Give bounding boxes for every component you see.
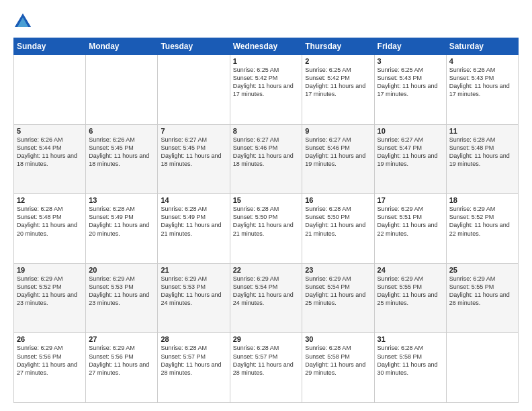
calendar-week-4: 26Sunrise: 6:29 AM Sunset: 5:56 PM Dayli… — [14, 333, 519, 403]
calendar-cell — [14, 55, 86, 125]
cell-content: Sunrise: 6:27 AM Sunset: 5:46 PM Dayligh… — [305, 136, 371, 169]
logo-icon — [13, 12, 32, 31]
day-number: 5 — [17, 127, 83, 135]
cell-content: Sunrise: 6:29 AM Sunset: 5:55 PM Dayligh… — [449, 275, 515, 308]
cell-content: Sunrise: 6:29 AM Sunset: 5:51 PM Dayligh… — [378, 205, 443, 238]
calendar-cell: 24Sunrise: 6:29 AM Sunset: 5:55 PM Dayli… — [374, 263, 446, 333]
cell-content: Sunrise: 6:29 AM Sunset: 5:55 PM Dayligh… — [378, 275, 443, 308]
calendar-cell: 8Sunrise: 6:27 AM Sunset: 5:46 PM Daylig… — [230, 124, 302, 194]
weekday-header-wednesday: Wednesday — [230, 38, 302, 55]
cell-content: Sunrise: 6:27 AM Sunset: 5:47 PM Dayligh… — [378, 136, 443, 169]
calendar-week-2: 12Sunrise: 6:28 AM Sunset: 5:48 PM Dayli… — [14, 194, 519, 264]
day-number: 30 — [305, 335, 371, 343]
day-number: 20 — [89, 266, 154, 274]
day-number: 22 — [233, 266, 300, 274]
calendar-cell: 31Sunrise: 6:28 AM Sunset: 5:58 PM Dayli… — [374, 333, 446, 403]
cell-content: Sunrise: 6:28 AM Sunset: 5:48 PM Dayligh… — [17, 205, 83, 238]
calendar-cell: 29Sunrise: 6:28 AM Sunset: 5:57 PM Dayli… — [230, 333, 302, 403]
calendar-cell: 11Sunrise: 6:28 AM Sunset: 5:48 PM Dayli… — [446, 124, 518, 194]
cell-content: Sunrise: 6:28 AM Sunset: 5:48 PM Dayligh… — [449, 136, 515, 169]
day-number: 18 — [449, 196, 515, 204]
logo — [13, 11, 35, 31]
day-number: 25 — [449, 266, 515, 274]
cell-content: Sunrise: 6:29 AM Sunset: 5:56 PM Dayligh… — [89, 344, 154, 377]
day-number: 27 — [89, 335, 154, 343]
cell-content: Sunrise: 6:25 AM Sunset: 5:42 PM Dayligh… — [305, 66, 371, 99]
calendar-week-3: 19Sunrise: 6:29 AM Sunset: 5:52 PM Dayli… — [14, 263, 519, 333]
calendar-cell: 16Sunrise: 6:28 AM Sunset: 5:50 PM Dayli… — [302, 194, 374, 264]
weekday-header-monday: Monday — [86, 38, 158, 55]
day-number: 7 — [161, 127, 226, 135]
calendar-body: 1Sunrise: 6:25 AM Sunset: 5:42 PM Daylig… — [14, 55, 519, 403]
day-number: 21 — [161, 266, 226, 274]
calendar-cell: 1Sunrise: 6:25 AM Sunset: 5:42 PM Daylig… — [230, 55, 302, 125]
page: SundayMondayTuesdayWednesdayThursdayFrid… — [0, 0, 532, 411]
calendar-cell: 3Sunrise: 6:25 AM Sunset: 5:43 PM Daylig… — [374, 55, 446, 125]
day-number: 19 — [17, 266, 83, 274]
calendar-cell: 12Sunrise: 6:28 AM Sunset: 5:48 PM Dayli… — [14, 194, 86, 264]
cell-content: Sunrise: 6:29 AM Sunset: 5:52 PM Dayligh… — [17, 275, 83, 308]
weekday-row: SundayMondayTuesdayWednesdayThursdayFrid… — [14, 38, 519, 55]
cell-content: Sunrise: 6:26 AM Sunset: 5:43 PM Dayligh… — [449, 66, 515, 99]
calendar-cell: 25Sunrise: 6:29 AM Sunset: 5:55 PM Dayli… — [446, 263, 518, 333]
day-number: 26 — [17, 335, 83, 343]
calendar-cell: 28Sunrise: 6:28 AM Sunset: 5:57 PM Dayli… — [158, 333, 230, 403]
cell-content: Sunrise: 6:28 AM Sunset: 5:57 PM Dayligh… — [161, 344, 226, 377]
weekday-header-tuesday: Tuesday — [158, 38, 230, 55]
cell-content: Sunrise: 6:26 AM Sunset: 5:44 PM Dayligh… — [17, 136, 83, 169]
calendar-cell: 22Sunrise: 6:29 AM Sunset: 5:54 PM Dayli… — [230, 263, 302, 333]
day-number: 2 — [305, 57, 371, 65]
cell-content: Sunrise: 6:28 AM Sunset: 5:58 PM Dayligh… — [378, 344, 443, 377]
calendar-week-0: 1Sunrise: 6:25 AM Sunset: 5:42 PM Daylig… — [14, 55, 519, 125]
cell-content: Sunrise: 6:29 AM Sunset: 5:54 PM Dayligh… — [233, 275, 300, 308]
calendar-week-1: 5Sunrise: 6:26 AM Sunset: 5:44 PM Daylig… — [14, 124, 519, 194]
calendar-cell — [446, 333, 518, 403]
weekday-header-saturday: Saturday — [446, 38, 518, 55]
day-number: 8 — [233, 127, 300, 135]
cell-content: Sunrise: 6:29 AM Sunset: 5:54 PM Dayligh… — [305, 275, 371, 308]
day-number: 10 — [378, 127, 443, 135]
cell-content: Sunrise: 6:28 AM Sunset: 5:50 PM Dayligh… — [233, 205, 300, 238]
calendar-cell: 30Sunrise: 6:28 AM Sunset: 5:58 PM Dayli… — [302, 333, 374, 403]
day-number: 9 — [305, 127, 371, 135]
day-number: 16 — [305, 196, 371, 204]
calendar-cell: 14Sunrise: 6:28 AM Sunset: 5:49 PM Dayli… — [158, 194, 230, 264]
day-number: 29 — [233, 335, 300, 343]
day-number: 11 — [449, 127, 515, 135]
day-number: 15 — [233, 196, 300, 204]
calendar-cell — [86, 55, 158, 125]
cell-content: Sunrise: 6:27 AM Sunset: 5:45 PM Dayligh… — [161, 136, 226, 169]
calendar-cell: 2Sunrise: 6:25 AM Sunset: 5:42 PM Daylig… — [302, 55, 374, 125]
calendar-cell: 17Sunrise: 6:29 AM Sunset: 5:51 PM Dayli… — [374, 194, 446, 264]
calendar-cell: 20Sunrise: 6:29 AM Sunset: 5:53 PM Dayli… — [86, 263, 158, 333]
calendar-header: SundayMondayTuesdayWednesdayThursdayFrid… — [14, 38, 519, 55]
cell-content: Sunrise: 6:28 AM Sunset: 5:57 PM Dayligh… — [233, 344, 300, 377]
calendar-cell: 21Sunrise: 6:29 AM Sunset: 5:53 PM Dayli… — [158, 263, 230, 333]
day-number: 12 — [17, 196, 83, 204]
header — [13, 11, 519, 31]
cell-content: Sunrise: 6:29 AM Sunset: 5:53 PM Dayligh… — [89, 275, 154, 308]
calendar-cell: 9Sunrise: 6:27 AM Sunset: 5:46 PM Daylig… — [302, 124, 374, 194]
cell-content: Sunrise: 6:25 AM Sunset: 5:42 PM Dayligh… — [233, 66, 300, 99]
cell-content: Sunrise: 6:29 AM Sunset: 5:56 PM Dayligh… — [17, 344, 83, 377]
day-number: 1 — [233, 57, 300, 65]
weekday-header-friday: Friday — [374, 38, 446, 55]
calendar-cell: 5Sunrise: 6:26 AM Sunset: 5:44 PM Daylig… — [14, 124, 86, 194]
calendar-table: SundayMondayTuesdayWednesdayThursdayFrid… — [13, 38, 519, 403]
calendar-cell: 13Sunrise: 6:28 AM Sunset: 5:49 PM Dayli… — [86, 194, 158, 264]
calendar-cell: 27Sunrise: 6:29 AM Sunset: 5:56 PM Dayli… — [86, 333, 158, 403]
day-number: 31 — [378, 335, 443, 343]
cell-content: Sunrise: 6:28 AM Sunset: 5:50 PM Dayligh… — [305, 205, 371, 238]
calendar-cell: 4Sunrise: 6:26 AM Sunset: 5:43 PM Daylig… — [446, 55, 518, 125]
cell-content: Sunrise: 6:26 AM Sunset: 5:45 PM Dayligh… — [89, 136, 154, 169]
cell-content: Sunrise: 6:25 AM Sunset: 5:43 PM Dayligh… — [378, 66, 443, 99]
day-number: 6 — [89, 127, 154, 135]
cell-content: Sunrise: 6:28 AM Sunset: 5:49 PM Dayligh… — [89, 205, 154, 238]
day-number: 24 — [378, 266, 443, 274]
calendar-cell — [158, 55, 230, 125]
calendar-cell: 19Sunrise: 6:29 AM Sunset: 5:52 PM Dayli… — [14, 263, 86, 333]
day-number: 13 — [89, 196, 154, 204]
day-number: 17 — [378, 196, 443, 204]
calendar-cell: 10Sunrise: 6:27 AM Sunset: 5:47 PM Dayli… — [374, 124, 446, 194]
calendar-cell: 15Sunrise: 6:28 AM Sunset: 5:50 PM Dayli… — [230, 194, 302, 264]
